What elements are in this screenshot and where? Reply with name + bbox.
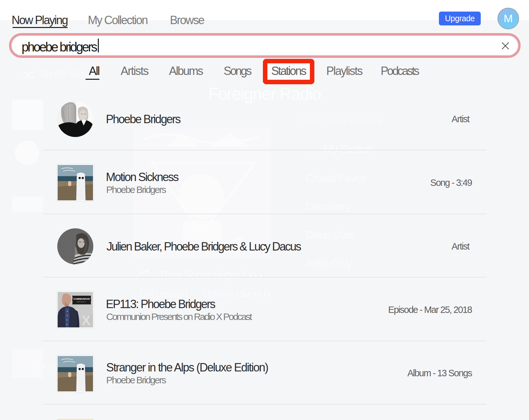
svg-text:CO.: CO. bbox=[79, 325, 83, 327]
svg-text:PRESENTS: PRESENTS bbox=[77, 301, 86, 303]
svg-text:COMMUNION: COMMUNION bbox=[73, 297, 90, 300]
